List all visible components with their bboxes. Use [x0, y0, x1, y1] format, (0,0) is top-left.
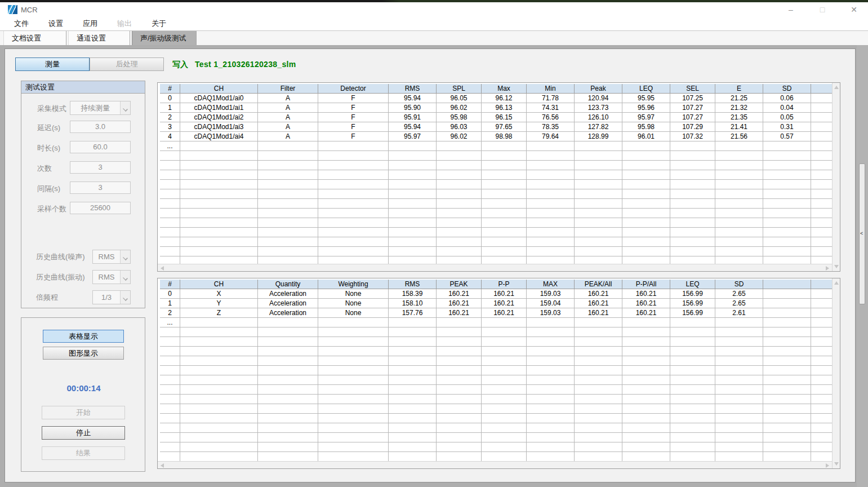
- menu-about[interactable]: 关于: [145, 17, 173, 30]
- table-cell: 160.21: [482, 299, 527, 308]
- interval-field[interactable]: 3: [70, 181, 131, 194]
- table-cell: F: [318, 122, 389, 132]
- scroll-down-icon[interactable]: [834, 462, 839, 466]
- table-row: 2cDAQ1Mod1/ai2AF95.9195.9896.1576.56126.…: [160, 113, 832, 122]
- table-cell: [811, 122, 832, 132]
- vibration-table-hscrollbar[interactable]: [158, 461, 832, 468]
- count-field[interactable]: 3: [70, 161, 131, 174]
- history-curve-noise-select[interactable]: RMS: [92, 250, 131, 264]
- table-cell: [527, 141, 575, 151]
- minimize-button[interactable]: –: [784, 2, 798, 17]
- table-cell: [180, 209, 258, 218]
- octave-select[interactable]: 1/3: [92, 290, 131, 304]
- table-cell: 76.56: [527, 113, 575, 122]
- close-button[interactable]: ✕: [847, 2, 861, 17]
- postprocess-mode-button[interactable]: 后处理: [90, 57, 164, 71]
- scroll-up-icon[interactable]: [834, 86, 839, 89]
- table-cell: [482, 452, 527, 461]
- table-cell: 2.65: [715, 299, 763, 308]
- table-cell: [437, 209, 482, 218]
- table-cell: 0.04: [763, 103, 811, 113]
- history-curve-vibration-select[interactable]: RMS: [92, 270, 131, 284]
- table-cell: [389, 452, 437, 461]
- table-cell: 96.01: [622, 132, 670, 141]
- table-cell: [180, 189, 258, 199]
- chevron-down-icon[interactable]: [120, 291, 130, 304]
- delay-field[interactable]: 3.0: [70, 121, 131, 133]
- column-header: [811, 280, 832, 289]
- panel-collapse-splitter[interactable]: <: [859, 163, 865, 304]
- table-row: 0XAccelerationNone158.39160.21160.21159.…: [160, 289, 832, 299]
- start-button[interactable]: 开始: [42, 406, 125, 419]
- tab-channel-settings[interactable]: 通道设置: [68, 31, 130, 46]
- table-cell: [160, 180, 180, 189]
- vibration-table-vscrollbar[interactable]: [832, 278, 840, 468]
- menu-file[interactable]: 文件: [7, 17, 35, 30]
- table-cell: [389, 414, 437, 423]
- scroll-right-icon[interactable]: [826, 463, 829, 468]
- measure-mode-button[interactable]: 测量: [15, 57, 90, 71]
- content-panel: 测量 后处理 写入 Test 1_210326120238_slm 测试设置 采…: [5, 48, 856, 482]
- scroll-left-icon[interactable]: [161, 463, 164, 468]
- acquisition-mode-select[interactable]: 持续测量: [70, 101, 131, 115]
- noise-table-hscrollbar[interactable]: [158, 264, 832, 271]
- table-cell: [389, 209, 437, 218]
- menu-settings[interactable]: 设置: [42, 17, 70, 30]
- chevron-down-icon[interactable]: [120, 250, 130, 263]
- table-cell: [389, 318, 437, 327]
- table-cell: [622, 433, 670, 442]
- table-cell: [670, 452, 715, 461]
- tab-document-settings[interactable]: 文档设置: [3, 31, 66, 46]
- table-cell: 0.31: [763, 122, 811, 132]
- table-display-button[interactable]: 表格显示: [43, 330, 124, 343]
- table-cell: [160, 347, 180, 356]
- noise-table-vscrollbar[interactable]: [832, 83, 840, 271]
- table-cell: [482, 161, 527, 170]
- duration-field[interactable]: 60.0: [70, 141, 131, 153]
- scroll-right-icon[interactable]: [826, 266, 829, 271]
- menu-output[interactable]: 输出: [110, 17, 139, 30]
- table-cell: [482, 189, 527, 199]
- table-cell: 157.76: [389, 308, 437, 318]
- scroll-up-icon[interactable]: [834, 281, 839, 285]
- table-cell: [763, 404, 811, 414]
- table-cell: 95.97: [389, 132, 437, 141]
- table-cell: A: [258, 132, 318, 141]
- table-cell: [575, 318, 622, 327]
- result-button[interactable]: 结果: [42, 446, 125, 460]
- table-cell: cDAQ1Mod1/ai3: [180, 122, 258, 132]
- sample-count-label: 采样个数: [37, 204, 66, 214]
- vibration-table-grid: #CHQuantityWeightingRMSPEAKP-PMAXPEAK/Al…: [158, 278, 832, 461]
- table-cell: 160.21: [575, 289, 622, 299]
- table-cell: [715, 209, 763, 218]
- table-cell: [811, 189, 832, 199]
- octave-value: 1/3: [93, 291, 120, 304]
- menu-apply[interactable]: 应用: [76, 17, 104, 30]
- table-cell: [763, 423, 811, 433]
- scroll-down-icon[interactable]: [834, 265, 839, 268]
- table-cell: [763, 433, 811, 442]
- table-cell: [318, 247, 389, 256]
- table-cell: [670, 423, 715, 433]
- chevron-down-icon[interactable]: [120, 271, 130, 284]
- stop-button[interactable]: 停止: [42, 426, 125, 440]
- table-row: [160, 442, 832, 452]
- table-cell: [715, 452, 763, 461]
- scroll-left-icon[interactable]: [161, 266, 164, 271]
- table-cell: [482, 366, 527, 375]
- table-cell: 0: [160, 289, 180, 299]
- tab-bar: 文档设置 通道设置 声/振动级测试: [0, 30, 868, 45]
- table-row: 2ZAccelerationNone157.76160.21160.21159.…: [160, 308, 832, 318]
- test-settings-group: 测试设置 采集模式 持续测量 延迟(s) 3.0 时长(s) 60.0 次数 3…: [21, 81, 145, 308]
- table-cell: [318, 366, 389, 375]
- graph-display-button[interactable]: 图形显示: [43, 347, 124, 360]
- table-cell: [622, 318, 670, 327]
- table-cell: 21.41: [715, 122, 763, 132]
- chevron-down-icon[interactable]: [120, 101, 130, 114]
- maximize-button[interactable]: □: [815, 2, 830, 17]
- table-cell: [670, 247, 715, 256]
- table-cell: [180, 151, 258, 161]
- tab-sound-vibration-test[interactable]: 声/振动级测试: [132, 31, 197, 46]
- sample-count-field[interactable]: 25600: [70, 202, 131, 214]
- table-cell: [318, 404, 389, 414]
